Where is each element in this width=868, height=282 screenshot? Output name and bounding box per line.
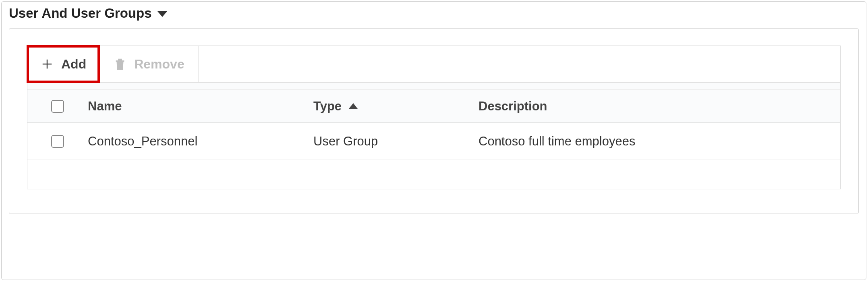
section-header[interactable]: User And User Groups (9, 2, 859, 28)
add-button[interactable]: Add (27, 46, 100, 82)
remove-button-label: Remove (134, 57, 184, 72)
section-title: User And User Groups (9, 6, 152, 21)
cell-type: User Group (313, 134, 479, 149)
table-row[interactable]: Contoso_Personnel User Group Contoso ful… (27, 123, 840, 160)
table-header-row: Name Type Description (27, 90, 840, 123)
toolbar: Add Remove (27, 46, 841, 83)
add-button-label: Add (61, 57, 86, 72)
user-groups-panel: User And User Groups Add Remove (1, 1, 866, 280)
user-groups-table: Name Type Description Contoso_Personnel … (27, 83, 841, 189)
inner-panel: Add Remove Name Type (9, 28, 859, 214)
table-spacer (27, 83, 840, 90)
table-empty-space (27, 160, 840, 189)
row-checkbox[interactable] (51, 135, 64, 148)
cell-description: Contoso full time employees (479, 134, 840, 149)
column-header-description[interactable]: Description (479, 99, 840, 114)
remove-button: Remove (100, 46, 199, 82)
caret-down-icon (157, 11, 167, 17)
plus-icon (41, 58, 53, 70)
select-all-checkbox[interactable] (51, 100, 64, 113)
cell-name: Contoso_Personnel (88, 134, 313, 149)
column-header-name[interactable]: Name (88, 99, 313, 114)
trash-icon (114, 57, 126, 71)
sort-ascending-icon (349, 103, 358, 109)
column-header-type-label: Type (313, 99, 342, 114)
column-header-type[interactable]: Type (313, 99, 479, 114)
